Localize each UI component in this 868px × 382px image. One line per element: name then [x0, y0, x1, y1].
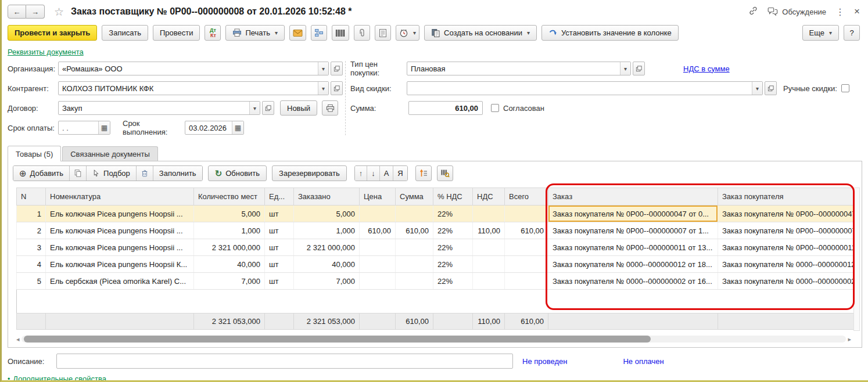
dr-cr-button[interactable]: ДтКт	[205, 25, 221, 41]
cell-qty_places[interactable]: 1,000	[194, 222, 265, 239]
copy-row-button[interactable]	[70, 166, 87, 181]
cell-customer_order[interactable]: Заказ покупателя № 0000--000000002	[718, 273, 856, 290]
horizontal-scrollbar[interactable]: ◂ ▸	[16, 335, 851, 343]
price-type-field[interactable]: Плановая ▾	[407, 62, 631, 75]
counterparty-open-button[interactable]	[331, 81, 343, 95]
move-down-button[interactable]: ↓	[367, 166, 380, 181]
cell-qty_places[interactable]: 2 321 000,000	[194, 239, 265, 256]
back-button[interactable]: ←	[8, 5, 26, 19]
cell-price[interactable]	[360, 206, 396, 222]
post-and-close-button[interactable]: Провести и закрыть	[8, 25, 97, 41]
cell-total[interactable]	[505, 206, 548, 222]
sort-asc-button[interactable]: А	[380, 166, 394, 181]
cell-vat[interactable]	[473, 273, 505, 290]
cell-order[interactable]: Заказ покупателя № 0000--000000012 от 18…	[548, 256, 718, 273]
cell-customer_order[interactable]: Заказ покупателя № 0000--000000012	[718, 256, 856, 273]
column-header-nomenclature[interactable]: Номенклатура	[46, 188, 194, 206]
cell-vat[interactable]	[473, 256, 505, 273]
additional-properties-link[interactable]: Дополнительные свойства	[13, 374, 106, 382]
organization-open-button[interactable]	[331, 62, 343, 75]
email-button[interactable]	[289, 25, 306, 41]
calendar-icon[interactable]: ▦	[98, 121, 110, 134]
cell-nomenclature[interactable]: Ель колючая Picea pungens Hoopsii ...	[46, 222, 194, 239]
cell-vat[interactable]: 110,00	[473, 222, 505, 239]
tab-goods[interactable]: Товары (5)	[8, 146, 61, 161]
tab-related-documents[interactable]: Связанные документы	[62, 146, 158, 161]
new-contract-button[interactable]: Новый	[280, 100, 317, 116]
column-header-vat_rate[interactable]: % НДС	[433, 188, 473, 206]
cell-amount[interactable]	[396, 256, 433, 273]
approved-checkbox[interactable]	[491, 104, 499, 112]
cell-amount[interactable]	[396, 239, 433, 256]
cell-customer_order[interactable]: Заказ покупателя № 0Р00--000000007	[718, 222, 856, 239]
scroll-right-icon[interactable]: ▸	[848, 336, 851, 343]
dropdown-icon[interactable]: ▾	[620, 62, 630, 75]
cell-total[interactable]: 610,00	[505, 222, 548, 239]
cell-unit[interactable]: шт	[265, 256, 294, 273]
column-header-price[interactable]: Цена	[360, 188, 396, 206]
column-header-n[interactable]: N	[17, 188, 46, 206]
cell-nomenclature[interactable]: Ель колючая Picea pungens Hoopsii ...	[46, 239, 194, 256]
vat-in-sum-link[interactable]: НДС в сумме	[683, 64, 730, 73]
column-header-amount[interactable]: Сумма	[396, 188, 433, 206]
sort-desc-button[interactable]: Я	[393, 166, 407, 181]
cell-unit[interactable]: шт	[265, 222, 294, 239]
document-requisites-link[interactable]: Реквизиты документа	[8, 48, 84, 56]
organization-field[interactable]: «Ромашка» ООО ▾	[58, 62, 329, 75]
cell-qty_places[interactable]: 7,000	[194, 273, 265, 290]
close-icon[interactable]: ×	[854, 6, 860, 17]
table-row[interactable]: 3Ель колючая Picea pungens Hoopsii ...2 …	[17, 239, 856, 256]
column-header-qty_places[interactable]: Количество мест	[194, 188, 265, 206]
cell-ordered[interactable]: 1,000	[294, 222, 360, 239]
counterparty-field[interactable]: КОЛХОЗ ПИТОМНИК КФК ▾	[58, 81, 329, 95]
document-spec-button[interactable]	[375, 25, 391, 41]
cell-vat_rate[interactable]: 22%	[433, 273, 473, 290]
cell-n[interactable]: 3	[17, 239, 46, 256]
cell-qty_places[interactable]: 5,000	[194, 206, 265, 222]
description-input[interactable]	[56, 354, 513, 369]
delete-row-button[interactable]	[137, 166, 153, 181]
cell-qty_places[interactable]: 40,000	[194, 256, 265, 273]
calendar-icon[interactable]: ▦	[232, 121, 243, 134]
not-posted-status[interactable]: Не проведен	[522, 357, 567, 366]
table-row[interactable]: 2Ель колючая Picea pungens Hoopsii ...1,…	[17, 222, 856, 239]
scroll-left-icon[interactable]: ◂	[16, 336, 20, 343]
discount-kind-field[interactable]: ▾	[407, 81, 763, 95]
payment-due-field[interactable]: . . ▦	[58, 121, 110, 135]
reminder-button[interactable]: ▾	[396, 25, 419, 41]
table-row[interactable]: 1Ель колючая Picea pungens Hoopsii ...5,…	[17, 206, 856, 222]
cell-ordered[interactable]: 5,000	[294, 206, 360, 222]
cell-ordered[interactable]: 40,000	[294, 256, 360, 273]
not-paid-status[interactable]: Не оплачен	[623, 357, 663, 366]
cell-total[interactable]	[505, 256, 548, 273]
discount-kind-open-button[interactable]	[765, 81, 777, 95]
print-button[interactable]: Печать▾	[225, 25, 285, 41]
cell-unit[interactable]: шт	[265, 239, 294, 256]
cell-price[interactable]	[360, 239, 396, 256]
attachments-button[interactable]	[354, 25, 370, 41]
column-header-unit[interactable]: Ед...	[265, 188, 294, 206]
cell-n[interactable]: 2	[17, 222, 46, 239]
cell-customer_order[interactable]: Заказ покупателя № 0Р00--000000047	[718, 206, 856, 222]
cell-n[interactable]: 4	[17, 256, 46, 273]
pick-button[interactable]: Подбор	[87, 166, 137, 181]
move-up-button[interactable]: ↑	[355, 166, 368, 181]
post-button[interactable]: Провести	[153, 25, 200, 41]
cell-n[interactable]: 5	[17, 273, 46, 290]
cell-price[interactable]: 610,00	[360, 222, 396, 239]
vertical-scrollbar[interactable]	[853, 188, 860, 331]
cell-vat_rate[interactable]: 22%	[433, 222, 473, 239]
cell-amount[interactable]	[396, 206, 433, 222]
cell-ordered[interactable]: 7,000	[294, 273, 360, 290]
cell-total[interactable]	[505, 273, 548, 290]
cell-vat[interactable]	[473, 239, 505, 256]
column-header-ordered[interactable]: Заказано	[294, 188, 360, 206]
cell-total[interactable]	[505, 239, 548, 256]
column-header-vat[interactable]: НДС	[473, 188, 505, 206]
cell-unit[interactable]: шт	[265, 273, 294, 290]
document-structure-button[interactable]	[311, 25, 327, 41]
barcode-button[interactable]	[332, 25, 349, 41]
column-header-total[interactable]: Всего	[505, 188, 548, 206]
cell-amount[interactable]	[396, 273, 433, 290]
contract-print-button[interactable]	[322, 100, 338, 116]
